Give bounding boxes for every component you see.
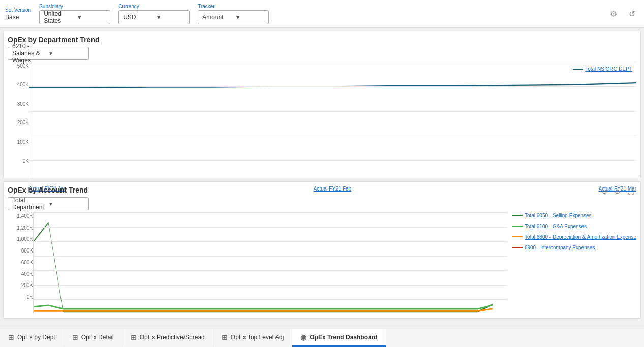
legend-item-6100: Total 6100 - G&A Expenses [512,223,636,230]
chart2-main: Jan Actual Feb Actual Mar Actual Apr Act… [33,212,507,314]
chart1-yaxis: 500K 400K 300K 200K 100K 0K [8,62,29,174]
grid-line [34,227,507,228]
tab-opex-dept-label: OpEx by Dept [17,334,55,341]
chart1-xaxis: Actual FY21 Jan Actual FY21 Feb Actual F… [29,185,636,193]
chart1-section: OpEx by Department Trend 6210 - Salaries… [3,31,641,178]
grid-line [29,111,636,112]
currency-dropdown[interactable]: USD ▼ [118,10,190,24]
dashboard-content: OpEx by Department Trend 6210 - Salaries… [0,28,644,329]
tab-opex-detail[interactable]: ⊞ OpEx Detail [64,329,122,347]
chart2-svg [34,212,507,314]
chart2-plot: Jan Actual Feb Actual Mar Actual Apr Act… [33,212,507,314]
chart1-dropdown-value: 6210 - Salaries & Wages [12,43,48,64]
legend-line-6100 [512,226,523,227]
chart2-controls: Total Department ▼ [8,197,89,210]
grid-line [29,86,636,87]
base-value: Base [5,14,31,21]
legend-item-6800: Total 6800 - Depreciation & Amortization… [512,234,636,240]
chart1-y-500k: 500K [8,63,29,69]
chart1-y-400k: 400K [8,82,29,87]
y-0k: 0K [8,294,33,300]
subsidiary-value: United States [44,10,73,24]
legend-label-6800[interactable]: Total 6800 - Depreciation & Amortization… [525,234,636,240]
chart2-title-area: OpEx by Account Trend Total Department ▼ [8,186,89,212]
tracker-value: Amount [202,14,232,21]
tab-opex-trend-icon: ◉ [300,333,306,341]
top-bar: Set Version Base Subsidiary United State… [0,0,644,28]
chart2-dropdown[interactable]: Total Department ▼ [8,197,89,210]
tab-opex-trend-label: OpEx Trend Dashboard [310,334,377,341]
legend-line-6050 [512,215,523,216]
grid-line [29,160,636,161]
chart1-y-300k: 300K [8,101,29,107]
settings-button[interactable]: ⚙ [606,7,621,21]
grid-line [34,212,507,213]
currency-arrow: ▼ [156,14,185,21]
chart1-legend-label[interactable]: Total NS ORG DEPT [585,66,632,72]
tab-opex-toplevel-icon: ⊞ [222,333,228,341]
chart2-container: 1,400K 1,200K 1,000K 800K 600K 400K 200K… [8,212,636,314]
chart2-icons: ↺ ⚙ ⛶ [599,186,636,197]
chart2-dropdown-value: Total Department [12,197,48,211]
tab-opex-dept-icon: ⊞ [8,333,14,341]
chart2-settings-btn[interactable]: ⚙ [612,186,623,197]
tracker-label: Tracker [198,4,269,9]
grid-line [34,299,507,300]
y-1000k: 1,000K [8,236,33,242]
subsidiary-label: Subsidiary [39,4,110,9]
chart1-container: 500K 400K 300K 200K 100K 0K [8,62,636,174]
chart1-x-feb[interactable]: Actual FY21 Feb [314,186,351,192]
grid-line [29,136,636,136]
tab-opex-predictive-label: OpEx Predictive/Spread [140,334,205,341]
legend-label-6900[interactable]: 6900 - Intercompany Expenses [525,244,595,251]
chart2-refresh-btn[interactable]: ↺ [599,186,610,197]
tab-opex-toplevel-label: OpEx Top Level Adj [231,334,284,341]
chart2-section: OpEx by Account Trend Total Department ▼… [3,181,641,319]
legend-label-6100[interactable]: Total 6100 - G&A Expenses [525,223,587,230]
legend-line-6800 [512,236,523,237]
chart1-legend-container: Total NS ORG DEPT [573,66,632,72]
legend-item-6050: Total 6050 - Selling Expenses [512,212,636,219]
tracker-dropdown[interactable]: Amount ▼ [198,10,269,24]
chart1-y-200k: 200K [8,120,29,125]
tab-opex-predictive-icon: ⊞ [131,333,137,341]
currency-value: USD [123,14,152,21]
currency-field: Currency USD ▼ [118,4,190,24]
tab-opex-predictive[interactable]: ⊞ OpEx Predictive/Spread [122,329,213,347]
legend-item-6900: 6900 - Intercompany Expenses [512,244,636,251]
grid-line [34,270,507,271]
top-bar-icons: ⚙ ↺ [606,7,639,21]
chart2-title: OpEx by Account Trend [8,186,89,194]
subsidiary-dropdown[interactable]: United States ▼ [39,10,110,24]
chart1-controls: 6210 - Salaries & Wages ▼ [8,47,636,60]
chart1-plot: Total NS ORG DEPT [29,62,636,185]
chart1-dropdown[interactable]: 6210 - Salaries & Wages ▼ [8,47,89,60]
tab-opex-toplevel[interactable]: ⊞ OpEx Top Level Adj [213,329,293,347]
tab-opex-detail-icon: ⊞ [72,333,78,341]
chart2-legend: Total 6050 - Selling Expenses Total 6100… [507,212,636,314]
line-6050 [34,223,493,312]
tab-opex-dept[interactable]: ⊞ OpEx by Dept [0,329,64,347]
y-400k: 400K [8,271,33,277]
y-600k: 600K [8,260,33,265]
legend-line-6900 [512,247,523,248]
chart2-expand-btn[interactable]: ⛶ [625,186,636,197]
y-800k: 800K [8,248,33,254]
refresh-button[interactable]: ↺ [625,7,639,21]
chart2-yaxis: 1,400K 1,200K 1,000K 800K 600K 400K 200K… [8,212,33,314]
tracker-field: Tracker Amount ▼ [198,4,269,24]
set-version-field: Set Version Base [5,7,31,21]
line-6100 [34,305,493,309]
chart1-y-0k: 0K [8,158,29,164]
legend-label-6050[interactable]: Total 6050 - Selling Expenses [525,212,592,219]
y-200k: 200K [8,282,33,288]
grid-line [29,185,636,185]
chart1-svg [29,62,636,185]
chart1-title: OpEx by Department Trend [8,36,636,44]
chart1-main: Total NS ORG DEPT Actual FY21 Jan Actual… [29,62,636,174]
tab-opex-detail-label: OpEx Detail [81,334,114,341]
currency-label: Currency [118,4,190,9]
chart1-legend-line [573,69,583,70]
tab-opex-trend[interactable]: ◉ OpEx Trend Dashboard [292,329,386,347]
tracker-arrow: ▼ [235,14,264,21]
